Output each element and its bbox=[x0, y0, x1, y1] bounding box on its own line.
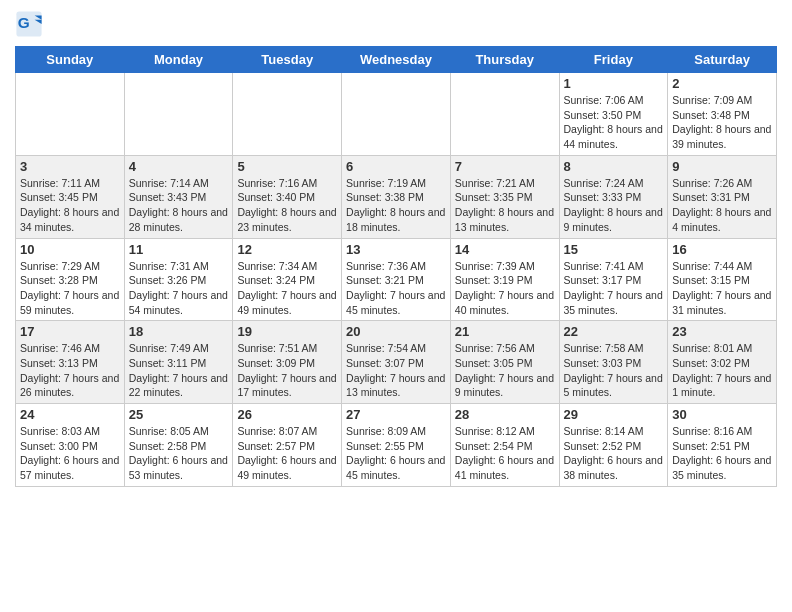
weekday-header-wednesday: Wednesday bbox=[342, 47, 451, 73]
weekday-header-saturday: Saturday bbox=[668, 47, 777, 73]
day-info: Sunrise: 7:41 AM Sunset: 3:17 PM Dayligh… bbox=[564, 259, 664, 318]
calendar-cell-1-5: 8Sunrise: 7:24 AM Sunset: 3:33 PM Daylig… bbox=[559, 155, 668, 238]
calendar-row-3: 17Sunrise: 7:46 AM Sunset: 3:13 PM Dayli… bbox=[16, 321, 777, 404]
calendar-cell-4-4: 28Sunrise: 8:12 AM Sunset: 2:54 PM Dayli… bbox=[450, 404, 559, 487]
day-info: Sunrise: 7:19 AM Sunset: 3:38 PM Dayligh… bbox=[346, 176, 446, 235]
day-number: 14 bbox=[455, 242, 555, 257]
weekday-header-thursday: Thursday bbox=[450, 47, 559, 73]
day-number: 26 bbox=[237, 407, 337, 422]
calendar-cell-0-3 bbox=[342, 73, 451, 156]
day-info: Sunrise: 7:26 AM Sunset: 3:31 PM Dayligh… bbox=[672, 176, 772, 235]
day-info: Sunrise: 7:51 AM Sunset: 3:09 PM Dayligh… bbox=[237, 341, 337, 400]
day-info: Sunrise: 7:11 AM Sunset: 3:45 PM Dayligh… bbox=[20, 176, 120, 235]
weekday-header-friday: Friday bbox=[559, 47, 668, 73]
calendar-cell-3-2: 19Sunrise: 7:51 AM Sunset: 3:09 PM Dayli… bbox=[233, 321, 342, 404]
calendar-cell-1-0: 3Sunrise: 7:11 AM Sunset: 3:45 PM Daylig… bbox=[16, 155, 125, 238]
calendar-cell-0-2 bbox=[233, 73, 342, 156]
calendar-cell-3-3: 20Sunrise: 7:54 AM Sunset: 3:07 PM Dayli… bbox=[342, 321, 451, 404]
day-info: Sunrise: 8:12 AM Sunset: 2:54 PM Dayligh… bbox=[455, 424, 555, 483]
calendar-cell-2-4: 14Sunrise: 7:39 AM Sunset: 3:19 PM Dayli… bbox=[450, 238, 559, 321]
day-info: Sunrise: 8:05 AM Sunset: 2:58 PM Dayligh… bbox=[129, 424, 229, 483]
calendar-cell-4-6: 30Sunrise: 8:16 AM Sunset: 2:51 PM Dayli… bbox=[668, 404, 777, 487]
day-number: 8 bbox=[564, 159, 664, 174]
day-number: 6 bbox=[346, 159, 446, 174]
day-number: 30 bbox=[672, 407, 772, 422]
day-number: 22 bbox=[564, 324, 664, 339]
day-info: Sunrise: 7:21 AM Sunset: 3:35 PM Dayligh… bbox=[455, 176, 555, 235]
calendar-cell-2-0: 10Sunrise: 7:29 AM Sunset: 3:28 PM Dayli… bbox=[16, 238, 125, 321]
day-info: Sunrise: 7:29 AM Sunset: 3:28 PM Dayligh… bbox=[20, 259, 120, 318]
day-number: 13 bbox=[346, 242, 446, 257]
day-number: 24 bbox=[20, 407, 120, 422]
calendar-cell-4-5: 29Sunrise: 8:14 AM Sunset: 2:52 PM Dayli… bbox=[559, 404, 668, 487]
calendar-cell-2-1: 11Sunrise: 7:31 AM Sunset: 3:26 PM Dayli… bbox=[124, 238, 233, 321]
calendar-cell-3-5: 22Sunrise: 7:58 AM Sunset: 3:03 PM Dayli… bbox=[559, 321, 668, 404]
day-number: 20 bbox=[346, 324, 446, 339]
calendar-cell-2-6: 16Sunrise: 7:44 AM Sunset: 3:15 PM Dayli… bbox=[668, 238, 777, 321]
calendar-cell-1-3: 6Sunrise: 7:19 AM Sunset: 3:38 PM Daylig… bbox=[342, 155, 451, 238]
day-number: 15 bbox=[564, 242, 664, 257]
day-number: 10 bbox=[20, 242, 120, 257]
day-number: 25 bbox=[129, 407, 229, 422]
calendar-row-1: 3Sunrise: 7:11 AM Sunset: 3:45 PM Daylig… bbox=[16, 155, 777, 238]
day-number: 5 bbox=[237, 159, 337, 174]
calendar-cell-1-2: 5Sunrise: 7:16 AM Sunset: 3:40 PM Daylig… bbox=[233, 155, 342, 238]
day-info: Sunrise: 7:06 AM Sunset: 3:50 PM Dayligh… bbox=[564, 93, 664, 152]
day-info: Sunrise: 7:36 AM Sunset: 3:21 PM Dayligh… bbox=[346, 259, 446, 318]
calendar-cell-4-3: 27Sunrise: 8:09 AM Sunset: 2:55 PM Dayli… bbox=[342, 404, 451, 487]
calendar-cell-0-0 bbox=[16, 73, 125, 156]
day-info: Sunrise: 7:39 AM Sunset: 3:19 PM Dayligh… bbox=[455, 259, 555, 318]
day-info: Sunrise: 8:14 AM Sunset: 2:52 PM Dayligh… bbox=[564, 424, 664, 483]
day-number: 19 bbox=[237, 324, 337, 339]
day-info: Sunrise: 8:09 AM Sunset: 2:55 PM Dayligh… bbox=[346, 424, 446, 483]
calendar-cell-3-1: 18Sunrise: 7:49 AM Sunset: 3:11 PM Dayli… bbox=[124, 321, 233, 404]
calendar-row-2: 10Sunrise: 7:29 AM Sunset: 3:28 PM Dayli… bbox=[16, 238, 777, 321]
svg-text:G: G bbox=[18, 14, 30, 31]
day-info: Sunrise: 7:44 AM Sunset: 3:15 PM Dayligh… bbox=[672, 259, 772, 318]
day-info: Sunrise: 7:54 AM Sunset: 3:07 PM Dayligh… bbox=[346, 341, 446, 400]
weekday-header-row: SundayMondayTuesdayWednesdayThursdayFrid… bbox=[16, 47, 777, 73]
day-number: 23 bbox=[672, 324, 772, 339]
day-info: Sunrise: 8:01 AM Sunset: 3:02 PM Dayligh… bbox=[672, 341, 772, 400]
day-info: Sunrise: 7:49 AM Sunset: 3:11 PM Dayligh… bbox=[129, 341, 229, 400]
day-info: Sunrise: 7:09 AM Sunset: 3:48 PM Dayligh… bbox=[672, 93, 772, 152]
day-number: 27 bbox=[346, 407, 446, 422]
calendar-cell-2-5: 15Sunrise: 7:41 AM Sunset: 3:17 PM Dayli… bbox=[559, 238, 668, 321]
day-number: 7 bbox=[455, 159, 555, 174]
weekday-header-monday: Monday bbox=[124, 47, 233, 73]
day-number: 11 bbox=[129, 242, 229, 257]
calendar-cell-0-4 bbox=[450, 73, 559, 156]
day-number: 29 bbox=[564, 407, 664, 422]
calendar-cell-3-6: 23Sunrise: 8:01 AM Sunset: 3:02 PM Dayli… bbox=[668, 321, 777, 404]
day-info: Sunrise: 7:58 AM Sunset: 3:03 PM Dayligh… bbox=[564, 341, 664, 400]
day-info: Sunrise: 7:56 AM Sunset: 3:05 PM Dayligh… bbox=[455, 341, 555, 400]
day-info: Sunrise: 7:34 AM Sunset: 3:24 PM Dayligh… bbox=[237, 259, 337, 318]
day-info: Sunrise: 7:31 AM Sunset: 3:26 PM Dayligh… bbox=[129, 259, 229, 318]
calendar-cell-4-2: 26Sunrise: 8:07 AM Sunset: 2:57 PM Dayli… bbox=[233, 404, 342, 487]
calendar-table: SundayMondayTuesdayWednesdayThursdayFrid… bbox=[15, 46, 777, 487]
logo: G bbox=[15, 10, 45, 38]
day-number: 4 bbox=[129, 159, 229, 174]
weekday-header-sunday: Sunday bbox=[16, 47, 125, 73]
calendar-cell-0-1 bbox=[124, 73, 233, 156]
calendar-row-0: 1Sunrise: 7:06 AM Sunset: 3:50 PM Daylig… bbox=[16, 73, 777, 156]
day-number: 18 bbox=[129, 324, 229, 339]
calendar-cell-2-3: 13Sunrise: 7:36 AM Sunset: 3:21 PM Dayli… bbox=[342, 238, 451, 321]
header: G bbox=[15, 10, 777, 38]
day-info: Sunrise: 7:14 AM Sunset: 3:43 PM Dayligh… bbox=[129, 176, 229, 235]
day-info: Sunrise: 8:07 AM Sunset: 2:57 PM Dayligh… bbox=[237, 424, 337, 483]
day-number: 16 bbox=[672, 242, 772, 257]
day-number: 9 bbox=[672, 159, 772, 174]
page: G SundayMondayTuesdayWednesdayThursdayFr… bbox=[0, 0, 792, 497]
day-info: Sunrise: 8:03 AM Sunset: 3:00 PM Dayligh… bbox=[20, 424, 120, 483]
calendar-cell-1-4: 7Sunrise: 7:21 AM Sunset: 3:35 PM Daylig… bbox=[450, 155, 559, 238]
calendar-cell-0-6: 2Sunrise: 7:09 AM Sunset: 3:48 PM Daylig… bbox=[668, 73, 777, 156]
day-number: 28 bbox=[455, 407, 555, 422]
weekday-header-tuesday: Tuesday bbox=[233, 47, 342, 73]
calendar-cell-1-1: 4Sunrise: 7:14 AM Sunset: 3:43 PM Daylig… bbox=[124, 155, 233, 238]
day-info: Sunrise: 7:46 AM Sunset: 3:13 PM Dayligh… bbox=[20, 341, 120, 400]
day-number: 2 bbox=[672, 76, 772, 91]
calendar-cell-4-1: 25Sunrise: 8:05 AM Sunset: 2:58 PM Dayli… bbox=[124, 404, 233, 487]
day-info: Sunrise: 8:16 AM Sunset: 2:51 PM Dayligh… bbox=[672, 424, 772, 483]
calendar-cell-1-6: 9Sunrise: 7:26 AM Sunset: 3:31 PM Daylig… bbox=[668, 155, 777, 238]
